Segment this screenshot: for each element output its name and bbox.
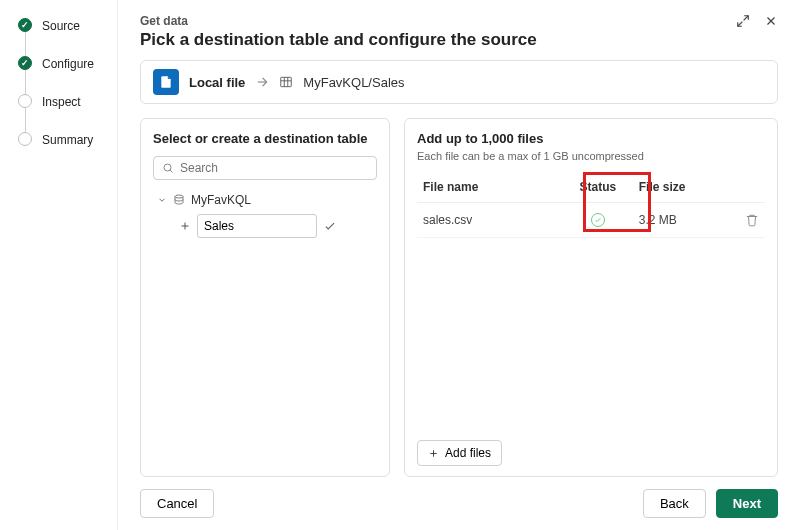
- files-table: File name Status File size sales.csv: [417, 172, 765, 238]
- col-filesize: File size: [633, 172, 739, 203]
- database-icon: [173, 193, 185, 207]
- source-type-label: Local file: [189, 75, 245, 90]
- destination-panel: Select or create a destination table MyF…: [140, 118, 390, 477]
- svg-rect-0: [281, 77, 292, 86]
- source-bar: Local file MyFavKQL/Sales: [140, 60, 778, 104]
- status-ok-icon: [591, 213, 605, 227]
- chevron-down-icon: [157, 195, 167, 205]
- step-source-indicator: [18, 18, 32, 32]
- file-size-cell: 3.2 MB: [633, 203, 739, 238]
- destination-search[interactable]: [153, 156, 377, 180]
- search-input[interactable]: [180, 161, 368, 175]
- files-panel: Add up to 1,000 files Each file can be a…: [404, 118, 778, 477]
- step-inspect-label: Inspect: [42, 94, 81, 110]
- plus-icon: [428, 448, 439, 459]
- step-source-label: Source: [42, 18, 80, 34]
- step-configure-label: Configure: [42, 56, 94, 72]
- page-title: Pick a destination table and configure t…: [140, 30, 537, 50]
- local-file-icon: [153, 69, 179, 95]
- wizard-stepper: Source Configure Inspect Summary: [0, 0, 118, 530]
- step-inspect[interactable]: Inspect: [18, 94, 107, 132]
- step-configure-indicator: [18, 56, 32, 70]
- step-configure[interactable]: Configure: [18, 56, 107, 94]
- add-files-label: Add files: [445, 446, 491, 460]
- col-filename: File name: [417, 172, 563, 203]
- new-table-input[interactable]: [197, 214, 317, 238]
- destination-tree: MyFavKQL: [141, 190, 389, 246]
- file-status-cell: [563, 203, 633, 238]
- step-summary-label: Summary: [42, 132, 93, 148]
- step-inspect-indicator: [18, 94, 32, 108]
- files-panel-title: Add up to 1,000 files: [405, 119, 777, 150]
- cancel-button[interactable]: Cancel: [140, 489, 214, 518]
- step-source[interactable]: Source: [18, 18, 107, 56]
- next-button[interactable]: Next: [716, 489, 778, 518]
- back-button[interactable]: Back: [643, 489, 706, 518]
- delete-file-icon[interactable]: [739, 203, 765, 238]
- confirm-table-icon[interactable]: [323, 219, 337, 233]
- file-name-cell: sales.csv: [417, 203, 563, 238]
- expand-icon[interactable]: [736, 14, 750, 28]
- destination-path: MyFavKQL/Sales: [303, 75, 404, 90]
- database-name: MyFavKQL: [191, 193, 251, 207]
- arrow-right-icon: [255, 75, 269, 89]
- col-status: Status: [563, 172, 633, 203]
- svg-point-1: [164, 164, 171, 171]
- close-icon[interactable]: [764, 14, 778, 28]
- table-row: sales.csv 3.2 MB: [417, 203, 765, 238]
- plus-icon[interactable]: [179, 220, 191, 232]
- main-content: Get data Pick a destination table and co…: [118, 0, 800, 530]
- destination-panel-title: Select or create a destination table: [141, 119, 389, 150]
- files-panel-body: File name Status File size sales.csv: [405, 172, 777, 432]
- add-files-button[interactable]: Add files: [417, 440, 502, 466]
- database-row[interactable]: MyFavKQL: [157, 190, 377, 210]
- files-panel-subtitle: Each file can be a max of 1 GB uncompres…: [405, 150, 777, 172]
- breadcrumb: Get data: [140, 14, 537, 28]
- search-icon: [162, 162, 174, 174]
- svg-point-2: [175, 195, 183, 198]
- table-icon: [279, 75, 293, 89]
- footer-actions: Cancel Back Next: [140, 477, 778, 518]
- panels-row: Select or create a destination table MyF…: [140, 118, 778, 477]
- step-summary[interactable]: Summary: [18, 132, 107, 148]
- step-summary-indicator: [18, 132, 32, 146]
- new-table-row: [179, 214, 377, 238]
- header-row: Get data Pick a destination table and co…: [140, 14, 778, 60]
